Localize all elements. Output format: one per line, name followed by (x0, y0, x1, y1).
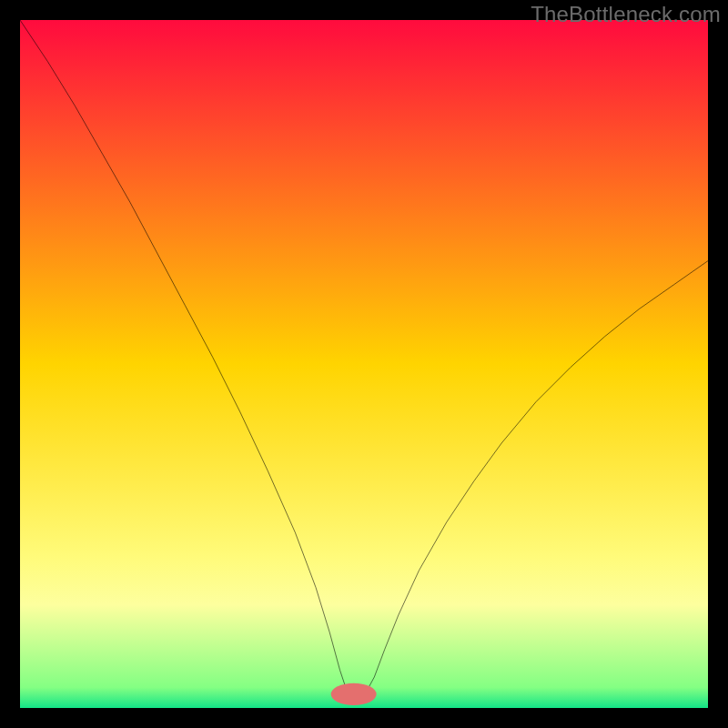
chart-frame: TheBottleneck.com (0, 0, 728, 728)
bottleneck-plot (20, 20, 708, 708)
plot-background (20, 20, 708, 708)
watermark-text: TheBottleneck.com (531, 2, 721, 27)
optimal-marker (331, 683, 377, 705)
